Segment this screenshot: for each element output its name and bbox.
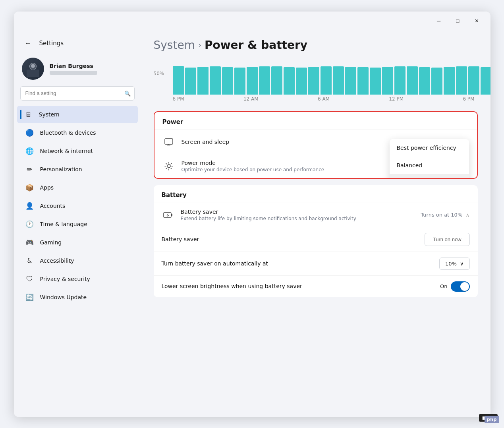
user-name: Brian Burgess: [50, 63, 97, 69]
battery-threshold-dropdown[interactable]: 10% ∨: [439, 258, 469, 270]
php-badge-wrap: php ■■■: [479, 414, 498, 422]
breadcrumb-chevron: ›: [198, 40, 201, 50]
apps-icon: 📦: [25, 183, 35, 192]
dropdown-chevron-icon: ∨: [460, 261, 464, 267]
battery-saver-status: Turns on at 10% ∧: [421, 212, 469, 218]
avatar: [22, 58, 44, 80]
sidebar-item-update[interactable]: 🔄 Windows Update: [17, 289, 138, 306]
power-mode-dropdown[interactable]: Best power efficiency Balanced Best perf…: [390, 139, 469, 179]
search-box[interactable]: 🔍: [20, 86, 135, 101]
battery-saver-row[interactable]: Battery saver Extend battery life by lim…: [154, 203, 478, 227]
back-button[interactable]: ←: [22, 37, 35, 50]
sidebar-item-label: Accounts: [40, 203, 66, 209]
content-area: System › Power & battery 50% 6 PM 12 AM …: [141, 31, 490, 417]
sidebar-title: Settings: [39, 40, 64, 47]
chart-bar: [296, 68, 307, 95]
chart-bar: [173, 66, 184, 95]
sidebar-item-label: Apps: [40, 184, 54, 191]
sidebar-item-accounts[interactable]: 👤 Accounts: [17, 197, 138, 215]
brightness-toggle-wrap: On: [440, 281, 469, 292]
svg-point-3: [31, 64, 35, 68]
chart-bar: [321, 66, 332, 95]
privacy-icon: 🛡: [25, 274, 35, 284]
dropdown-item-balanced[interactable]: Balanced: [390, 157, 469, 174]
close-button[interactable]: ✕: [468, 15, 486, 27]
brightness-toggle[interactable]: [451, 281, 470, 292]
toggle-thumb: [460, 282, 469, 291]
chart-bar: [271, 66, 282, 95]
chart-bar: [444, 67, 455, 95]
breadcrumb: System: [154, 39, 195, 52]
sidebar-item-label: Personalization: [40, 166, 82, 172]
chart-bar: [333, 66, 344, 95]
sidebar-item-bluetooth[interactable]: 🔵 Bluetooth & devices: [17, 124, 138, 141]
maximize-button[interactable]: □: [449, 15, 467, 27]
sidebar-item-label: Gaming: [40, 239, 62, 246]
sidebar-item-gaming[interactable]: 🎮 Gaming: [17, 234, 138, 251]
bluetooth-icon: 🔵: [25, 128, 35, 138]
chart-x-labels: 6 PM 12 AM 6 AM 12 PM 6 PM: [154, 95, 478, 102]
sidebar-item-network[interactable]: 🌐 Network & internet: [17, 142, 138, 160]
user-section: Brian Burgess: [14, 54, 141, 86]
svg-rect-4: [27, 70, 39, 77]
search-icon: 🔍: [124, 90, 131, 96]
user-email-bar: [50, 71, 97, 75]
chart-bar: [468, 66, 479, 95]
chart-bar: [185, 68, 196, 95]
sidebar-item-privacy[interactable]: 🛡 Privacy & security: [17, 270, 138, 288]
expand-chevron: ∧: [465, 212, 469, 218]
chart-bar: [431, 68, 442, 95]
chart-bar: [222, 67, 233, 95]
sidebar-item-apps[interactable]: 📦 Apps: [17, 179, 138, 196]
sidebar-item-accessibility[interactable]: ♿ Accessibility: [17, 252, 138, 269]
network-icon: 🌐: [25, 146, 35, 156]
dropdown-item-efficiency[interactable]: Best power efficiency: [390, 139, 469, 157]
battery-saver-status-text: Turns on at 10%: [421, 212, 462, 218]
accounts-icon: 👤: [25, 201, 35, 211]
power-section-title: Power: [154, 112, 477, 130]
search-input[interactable]: [20, 86, 135, 101]
user-info: Brian Burgess: [50, 63, 97, 75]
sidebar-item-system[interactable]: 🖥 System: [17, 106, 138, 123]
active-indicator: [20, 110, 21, 119]
sidebar-item-label: System: [39, 111, 60, 118]
chart-bar: [456, 66, 467, 95]
chart-bar: [357, 67, 369, 95]
brightness-status: On: [440, 283, 447, 289]
screen-sleep-icon: [162, 136, 175, 148]
sidebar-item-time[interactable]: 🕐 Time & language: [17, 215, 138, 233]
minimize-button[interactable]: ─: [430, 15, 448, 27]
chart-wrapper: 50%: [154, 59, 478, 95]
turn-on-now-button[interactable]: Turn on now: [425, 233, 470, 246]
window-controls: ─ □ ✕: [430, 15, 486, 27]
page-header: System › Power & battery: [154, 39, 478, 52]
sidebar-item-label: Accessibility: [40, 258, 74, 264]
battery-saver-label: Battery saver: [181, 209, 415, 215]
titlebar: ─ □ ✕: [14, 12, 490, 31]
power-mode-row[interactable]: Power mode Optimize your device based on…: [154, 154, 477, 178]
chart-label-6pm-start: 6 PM: [173, 96, 184, 102]
power-section: Power Screen and sleep ›: [154, 111, 478, 179]
sidebar-item-label: Time & language: [40, 221, 87, 227]
chart-bar: [284, 67, 295, 95]
time-icon: 🕐: [25, 219, 35, 229]
chart-bar: [407, 66, 418, 95]
chart-bar: [382, 67, 393, 95]
php-badge: php: [485, 416, 499, 423]
battery-saver-icon: [162, 209, 174, 221]
dropdown-item-performance[interactable]: Best performance: [390, 174, 469, 179]
battery-saver-row-label: Battery saver: [162, 236, 418, 242]
brightness-row: Lower screen brightness when using batte…: [154, 275, 478, 297]
battery-turn-on-row: Battery saver Turn on now: [154, 227, 478, 252]
chart-label-12am: 12 AM: [243, 96, 259, 102]
sidebar-item-personalization[interactable]: ✏️ Personalization: [17, 161, 138, 178]
accessibility-icon: ♿: [25, 256, 35, 265]
sidebar: ← Settings Brian: [14, 31, 141, 417]
battery-section-title: Battery: [154, 185, 478, 203]
dropdown-item-label: Best power efficiency: [397, 145, 456, 151]
chart-bar: [197, 67, 209, 95]
sidebar-item-label: Network & internet: [40, 148, 93, 154]
auto-battery-row: Turn battery saver on automatically at 1…: [154, 252, 478, 275]
chart-bar: [247, 67, 258, 95]
system-icon: 🖥: [24, 110, 33, 119]
